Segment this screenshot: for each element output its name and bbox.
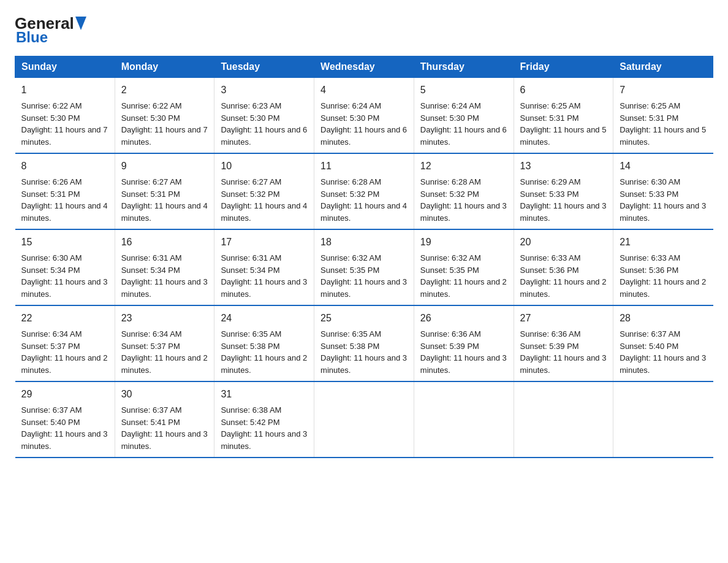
day-number: 24 [221,311,308,326]
calendar-week-2: 8Sunrise: 6:26 AMSunset: 5:31 PMDaylight… [15,153,713,229]
day-number: 21 [620,235,707,250]
calendar-cell: 25Sunrise: 6:35 AMSunset: 5:38 PMDayligh… [314,305,414,381]
calendar-cell [414,381,514,458]
calendar-cell: 11Sunrise: 6:28 AMSunset: 5:32 PMDayligh… [314,153,414,229]
calendar-cell: 14Sunrise: 6:30 AMSunset: 5:33 PMDayligh… [613,153,713,229]
day-info: Sunrise: 6:22 AMSunset: 5:30 PMDaylight:… [121,101,208,147]
calendar-cell: 10Sunrise: 6:27 AMSunset: 5:32 PMDayligh… [214,153,314,229]
col-header-tuesday: Tuesday [214,56,314,78]
calendar-cell: 29Sunrise: 6:37 AMSunset: 5:40 PMDayligh… [15,381,115,458]
col-header-monday: Monday [115,56,214,78]
day-number: 20 [520,235,607,250]
logo-arrow-icon [75,17,86,30]
day-number: 2 [121,83,208,98]
calendar-cell: 18Sunrise: 6:32 AMSunset: 5:35 PMDayligh… [314,229,414,305]
day-info: Sunrise: 6:32 AMSunset: 5:35 PMDaylight:… [320,253,407,299]
calendar-cell: 19Sunrise: 6:32 AMSunset: 5:35 PMDayligh… [414,229,514,305]
day-number: 1 [21,83,108,98]
day-info: Sunrise: 6:25 AMSunset: 5:31 PMDaylight:… [620,101,706,147]
calendar-cell [613,381,713,458]
day-number: 17 [221,235,308,250]
day-info: Sunrise: 6:32 AMSunset: 5:35 PMDaylight:… [420,253,507,299]
day-info: Sunrise: 6:37 AMSunset: 5:41 PMDaylight:… [121,405,208,451]
calendar-cell: 8Sunrise: 6:26 AMSunset: 5:31 PMDaylight… [15,153,115,229]
day-info: Sunrise: 6:27 AMSunset: 5:32 PMDaylight:… [221,177,307,223]
calendar-cell: 30Sunrise: 6:37 AMSunset: 5:41 PMDayligh… [115,381,214,458]
day-info: Sunrise: 6:34 AMSunset: 5:37 PMDaylight:… [21,329,108,375]
day-number: 3 [221,83,308,98]
calendar-cell: 12Sunrise: 6:28 AMSunset: 5:32 PMDayligh… [414,153,514,229]
day-number: 28 [620,311,707,326]
col-header-friday: Friday [514,56,613,78]
calendar-cell: 1Sunrise: 6:22 AMSunset: 5:30 PMDaylight… [15,78,115,154]
day-info: Sunrise: 6:31 AMSunset: 5:34 PMDaylight:… [221,253,307,299]
day-number: 22 [21,311,108,326]
calendar-cell: 7Sunrise: 6:25 AMSunset: 5:31 PMDaylight… [613,78,713,154]
calendar-cell: 21Sunrise: 6:33 AMSunset: 5:36 PMDayligh… [613,229,713,305]
calendar-cell: 3Sunrise: 6:23 AMSunset: 5:30 PMDaylight… [214,78,314,154]
day-number: 9 [121,159,208,174]
calendar-week-1: 1Sunrise: 6:22 AMSunset: 5:30 PMDaylight… [15,78,713,154]
day-info: Sunrise: 6:28 AMSunset: 5:32 PMDaylight:… [420,177,507,223]
col-header-saturday: Saturday [613,56,713,78]
col-header-wednesday: Wednesday [314,56,414,78]
logo-blue: Blue [16,29,48,46]
day-number: 13 [520,159,607,174]
calendar-table: SundayMondayTuesdayWednesdayThursdayFrid… [15,56,713,458]
calendar-cell: 6Sunrise: 6:25 AMSunset: 5:31 PMDaylight… [514,78,613,154]
day-number: 8 [21,159,108,174]
day-info: Sunrise: 6:22 AMSunset: 5:30 PMDaylight:… [21,101,108,147]
day-info: Sunrise: 6:27 AMSunset: 5:31 PMDaylight:… [121,177,208,223]
day-number: 23 [121,311,208,326]
calendar-cell: 15Sunrise: 6:30 AMSunset: 5:34 PMDayligh… [15,229,115,305]
day-number: 11 [320,159,408,174]
day-number: 12 [420,159,507,174]
day-info: Sunrise: 6:37 AMSunset: 5:40 PMDaylight:… [620,329,706,375]
calendar-cell: 26Sunrise: 6:36 AMSunset: 5:39 PMDayligh… [414,305,514,381]
calendar-cell: 5Sunrise: 6:24 AMSunset: 5:30 PMDaylight… [414,78,514,154]
day-number: 6 [520,83,607,98]
calendar-week-4: 22Sunrise: 6:34 AMSunset: 5:37 PMDayligh… [15,305,713,381]
calendar-cell: 24Sunrise: 6:35 AMSunset: 5:38 PMDayligh… [214,305,314,381]
day-info: Sunrise: 6:26 AMSunset: 5:31 PMDaylight:… [21,177,108,223]
day-number: 27 [520,311,607,326]
day-info: Sunrise: 6:29 AMSunset: 5:33 PMDaylight:… [520,177,607,223]
day-info: Sunrise: 6:28 AMSunset: 5:32 PMDaylight:… [320,177,407,223]
day-info: Sunrise: 6:35 AMSunset: 5:38 PMDaylight:… [221,329,307,375]
calendar-cell: 28Sunrise: 6:37 AMSunset: 5:40 PMDayligh… [613,305,713,381]
day-number: 26 [420,311,507,326]
day-number: 15 [21,235,108,250]
col-header-sunday: Sunday [15,56,115,78]
day-number: 30 [121,387,208,402]
calendar-cell: 9Sunrise: 6:27 AMSunset: 5:31 PMDaylight… [115,153,214,229]
day-info: Sunrise: 6:23 AMSunset: 5:30 PMDaylight:… [221,101,307,147]
day-number: 18 [320,235,408,250]
calendar-cell: 22Sunrise: 6:34 AMSunset: 5:37 PMDayligh… [15,305,115,381]
calendar-cell: 2Sunrise: 6:22 AMSunset: 5:30 PMDaylight… [115,78,214,154]
day-number: 31 [221,387,308,402]
calendar-cell: 31Sunrise: 6:38 AMSunset: 5:42 PMDayligh… [214,381,314,458]
day-info: Sunrise: 6:34 AMSunset: 5:37 PMDaylight:… [121,329,208,375]
calendar-cell: 20Sunrise: 6:33 AMSunset: 5:36 PMDayligh… [514,229,613,305]
day-info: Sunrise: 6:38 AMSunset: 5:42 PMDaylight:… [221,405,307,451]
day-number: 25 [320,311,408,326]
day-number: 7 [620,83,707,98]
day-info: Sunrise: 6:30 AMSunset: 5:33 PMDaylight:… [620,177,706,223]
day-info: Sunrise: 6:30 AMSunset: 5:34 PMDaylight:… [21,253,108,299]
calendar-cell: 17Sunrise: 6:31 AMSunset: 5:34 PMDayligh… [214,229,314,305]
col-header-thursday: Thursday [414,56,514,78]
day-info: Sunrise: 6:31 AMSunset: 5:34 PMDaylight:… [121,253,208,299]
calendar-cell: 23Sunrise: 6:34 AMSunset: 5:37 PMDayligh… [115,305,214,381]
day-info: Sunrise: 6:33 AMSunset: 5:36 PMDaylight:… [620,253,706,299]
day-info: Sunrise: 6:37 AMSunset: 5:40 PMDaylight:… [21,405,108,451]
day-info: Sunrise: 6:33 AMSunset: 5:36 PMDaylight:… [520,253,607,299]
calendar-cell [514,381,613,458]
day-info: Sunrise: 6:35 AMSunset: 5:38 PMDaylight:… [320,329,407,375]
day-info: Sunrise: 6:36 AMSunset: 5:39 PMDaylight:… [420,329,507,375]
day-number: 5 [420,83,507,98]
calendar-cell [314,381,414,458]
calendar-cell: 4Sunrise: 6:24 AMSunset: 5:30 PMDaylight… [314,78,414,154]
day-number: 4 [320,83,408,98]
day-number: 19 [420,235,507,250]
calendar-cell: 16Sunrise: 6:31 AMSunset: 5:34 PMDayligh… [115,229,214,305]
